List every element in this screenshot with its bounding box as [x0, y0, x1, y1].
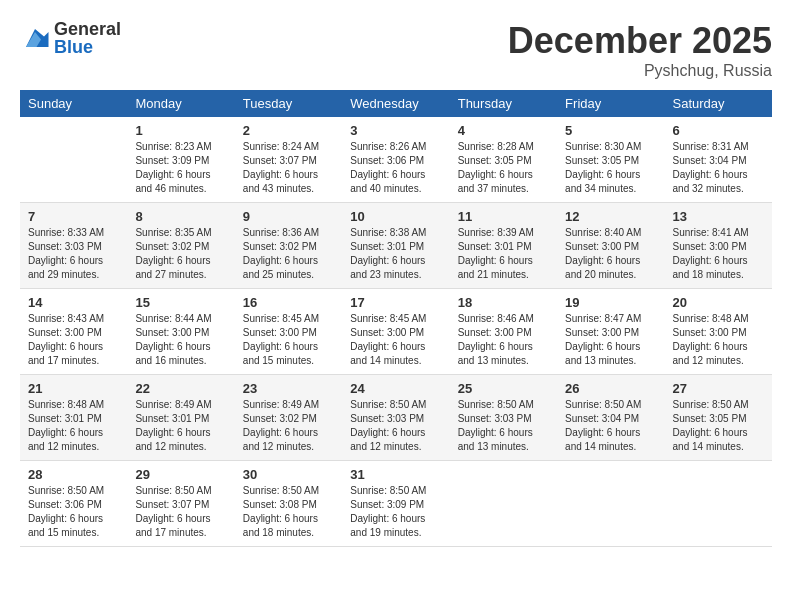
week-row-5: 28Sunrise: 8:50 AMSunset: 3:06 PMDayligh… [20, 461, 772, 547]
header-tuesday: Tuesday [235, 90, 342, 117]
cell-w1-d4: 4Sunrise: 8:28 AMSunset: 3:05 PMDaylight… [450, 117, 557, 203]
day-info: Sunrise: 8:49 AMSunset: 3:02 PMDaylight:… [243, 398, 334, 454]
cell-w5-d1: 29Sunrise: 8:50 AMSunset: 3:07 PMDayligh… [127, 461, 234, 547]
day-info: Sunrise: 8:28 AMSunset: 3:05 PMDaylight:… [458, 140, 549, 196]
day-number: 16 [243, 295, 334, 310]
cell-w5-d5 [557, 461, 664, 547]
day-info: Sunrise: 8:40 AMSunset: 3:00 PMDaylight:… [565, 226, 656, 282]
day-info: Sunrise: 8:36 AMSunset: 3:02 PMDaylight:… [243, 226, 334, 282]
cell-w4-d1: 22Sunrise: 8:49 AMSunset: 3:01 PMDayligh… [127, 375, 234, 461]
cell-w5-d3: 31Sunrise: 8:50 AMSunset: 3:09 PMDayligh… [342, 461, 449, 547]
header-monday: Monday [127, 90, 234, 117]
day-number: 31 [350, 467, 441, 482]
header-saturday: Saturday [665, 90, 772, 117]
logo-general-text: General [54, 19, 121, 39]
day-number: 6 [673, 123, 764, 138]
day-info: Sunrise: 8:50 AMSunset: 3:07 PMDaylight:… [135, 484, 226, 540]
cell-w3-d0: 14Sunrise: 8:43 AMSunset: 3:00 PMDayligh… [20, 289, 127, 375]
day-info: Sunrise: 8:23 AMSunset: 3:09 PMDaylight:… [135, 140, 226, 196]
cell-w1-d3: 3Sunrise: 8:26 AMSunset: 3:06 PMDaylight… [342, 117, 449, 203]
day-number: 28 [28, 467, 119, 482]
cell-w3-d3: 17Sunrise: 8:45 AMSunset: 3:00 PMDayligh… [342, 289, 449, 375]
day-info: Sunrise: 8:50 AMSunset: 3:04 PMDaylight:… [565, 398, 656, 454]
cell-w4-d3: 24Sunrise: 8:50 AMSunset: 3:03 PMDayligh… [342, 375, 449, 461]
cell-w5-d2: 30Sunrise: 8:50 AMSunset: 3:08 PMDayligh… [235, 461, 342, 547]
cell-w4-d5: 26Sunrise: 8:50 AMSunset: 3:04 PMDayligh… [557, 375, 664, 461]
day-info: Sunrise: 8:44 AMSunset: 3:00 PMDaylight:… [135, 312, 226, 368]
cell-w2-d0: 7Sunrise: 8:33 AMSunset: 3:03 PMDaylight… [20, 203, 127, 289]
cell-w5-d4 [450, 461, 557, 547]
header-friday: Friday [557, 90, 664, 117]
day-info: Sunrise: 8:41 AMSunset: 3:00 PMDaylight:… [673, 226, 764, 282]
day-number: 1 [135, 123, 226, 138]
day-info: Sunrise: 8:26 AMSunset: 3:06 PMDaylight:… [350, 140, 441, 196]
cell-w5-d0: 28Sunrise: 8:50 AMSunset: 3:06 PMDayligh… [20, 461, 127, 547]
day-number: 7 [28, 209, 119, 224]
day-info: Sunrise: 8:50 AMSunset: 3:09 PMDaylight:… [350, 484, 441, 540]
cell-w3-d6: 20Sunrise: 8:48 AMSunset: 3:00 PMDayligh… [665, 289, 772, 375]
day-number: 26 [565, 381, 656, 396]
calendar-header-row: Sunday Monday Tuesday Wednesday Thursday… [20, 90, 772, 117]
day-number: 4 [458, 123, 549, 138]
calendar-table: Sunday Monday Tuesday Wednesday Thursday… [20, 90, 772, 547]
day-number: 12 [565, 209, 656, 224]
day-info: Sunrise: 8:45 AMSunset: 3:00 PMDaylight:… [350, 312, 441, 368]
cell-w1-d1: 1Sunrise: 8:23 AMSunset: 3:09 PMDaylight… [127, 117, 234, 203]
day-number: 20 [673, 295, 764, 310]
day-info: Sunrise: 8:30 AMSunset: 3:05 PMDaylight:… [565, 140, 656, 196]
cell-w2-d6: 13Sunrise: 8:41 AMSunset: 3:00 PMDayligh… [665, 203, 772, 289]
day-number: 2 [243, 123, 334, 138]
title-area: December 2025 Pyshchug, Russia [508, 20, 772, 80]
day-info: Sunrise: 8:45 AMSunset: 3:00 PMDaylight:… [243, 312, 334, 368]
day-number: 5 [565, 123, 656, 138]
day-info: Sunrise: 8:31 AMSunset: 3:04 PMDaylight:… [673, 140, 764, 196]
day-info: Sunrise: 8:50 AMSunset: 3:06 PMDaylight:… [28, 484, 119, 540]
cell-w4-d0: 21Sunrise: 8:48 AMSunset: 3:01 PMDayligh… [20, 375, 127, 461]
cell-w3-d1: 15Sunrise: 8:44 AMSunset: 3:00 PMDayligh… [127, 289, 234, 375]
day-number: 8 [135, 209, 226, 224]
day-number: 11 [458, 209, 549, 224]
day-number: 25 [458, 381, 549, 396]
cell-w1-d2: 2Sunrise: 8:24 AMSunset: 3:07 PMDaylight… [235, 117, 342, 203]
day-info: Sunrise: 8:47 AMSunset: 3:00 PMDaylight:… [565, 312, 656, 368]
cell-w1-d6: 6Sunrise: 8:31 AMSunset: 3:04 PMDaylight… [665, 117, 772, 203]
day-number: 22 [135, 381, 226, 396]
cell-w2-d4: 11Sunrise: 8:39 AMSunset: 3:01 PMDayligh… [450, 203, 557, 289]
page-header: General Blue December 2025 Pyshchug, Rus… [20, 20, 772, 80]
day-info: Sunrise: 8:50 AMSunset: 3:05 PMDaylight:… [673, 398, 764, 454]
day-info: Sunrise: 8:46 AMSunset: 3:00 PMDaylight:… [458, 312, 549, 368]
cell-w4-d6: 27Sunrise: 8:50 AMSunset: 3:05 PMDayligh… [665, 375, 772, 461]
day-number: 14 [28, 295, 119, 310]
cell-w4-d2: 23Sunrise: 8:49 AMSunset: 3:02 PMDayligh… [235, 375, 342, 461]
week-row-4: 21Sunrise: 8:48 AMSunset: 3:01 PMDayligh… [20, 375, 772, 461]
logo-icon [20, 26, 50, 50]
cell-w2-d1: 8Sunrise: 8:35 AMSunset: 3:02 PMDaylight… [127, 203, 234, 289]
day-info: Sunrise: 8:50 AMSunset: 3:08 PMDaylight:… [243, 484, 334, 540]
day-number: 30 [243, 467, 334, 482]
day-info: Sunrise: 8:48 AMSunset: 3:00 PMDaylight:… [673, 312, 764, 368]
header-wednesday: Wednesday [342, 90, 449, 117]
day-info: Sunrise: 8:43 AMSunset: 3:00 PMDaylight:… [28, 312, 119, 368]
day-info: Sunrise: 8:39 AMSunset: 3:01 PMDaylight:… [458, 226, 549, 282]
day-info: Sunrise: 8:49 AMSunset: 3:01 PMDaylight:… [135, 398, 226, 454]
cell-w2-d5: 12Sunrise: 8:40 AMSunset: 3:00 PMDayligh… [557, 203, 664, 289]
day-info: Sunrise: 8:50 AMSunset: 3:03 PMDaylight:… [350, 398, 441, 454]
header-thursday: Thursday [450, 90, 557, 117]
day-number: 29 [135, 467, 226, 482]
day-info: Sunrise: 8:35 AMSunset: 3:02 PMDaylight:… [135, 226, 226, 282]
cell-w4-d4: 25Sunrise: 8:50 AMSunset: 3:03 PMDayligh… [450, 375, 557, 461]
day-number: 17 [350, 295, 441, 310]
week-row-2: 7Sunrise: 8:33 AMSunset: 3:03 PMDaylight… [20, 203, 772, 289]
day-number: 10 [350, 209, 441, 224]
cell-w2-d2: 9Sunrise: 8:36 AMSunset: 3:02 PMDaylight… [235, 203, 342, 289]
day-info: Sunrise: 8:38 AMSunset: 3:01 PMDaylight:… [350, 226, 441, 282]
day-info: Sunrise: 8:24 AMSunset: 3:07 PMDaylight:… [243, 140, 334, 196]
day-number: 15 [135, 295, 226, 310]
cell-w2-d3: 10Sunrise: 8:38 AMSunset: 3:01 PMDayligh… [342, 203, 449, 289]
day-number: 27 [673, 381, 764, 396]
month-year-title: December 2025 [508, 20, 772, 62]
day-number: 19 [565, 295, 656, 310]
day-info: Sunrise: 8:33 AMSunset: 3:03 PMDaylight:… [28, 226, 119, 282]
day-number: 9 [243, 209, 334, 224]
cell-w3-d4: 18Sunrise: 8:46 AMSunset: 3:00 PMDayligh… [450, 289, 557, 375]
